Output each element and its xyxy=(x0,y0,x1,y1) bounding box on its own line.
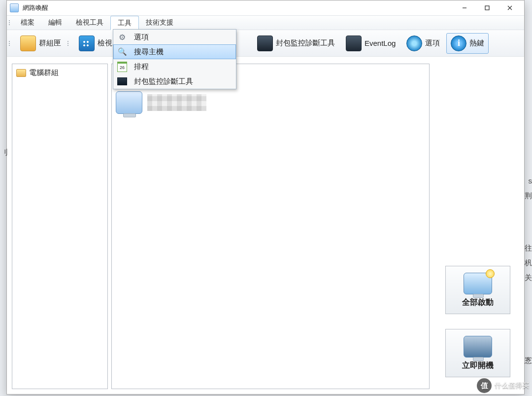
grip-icon xyxy=(67,41,71,46)
app-icon xyxy=(10,3,19,12)
list-item-label-obscured xyxy=(147,94,206,111)
list-item[interactable] xyxy=(116,91,206,114)
tool-label: 檢視 xyxy=(98,38,112,48)
tree-panel: 電腦群組 xyxy=(12,64,108,389)
eventlog-icon xyxy=(346,36,362,51)
app-window: 網路喚醒 檔案 編輯 檢視工具 工具 技術支援 xyxy=(6,0,525,395)
tool-label: EventLog xyxy=(365,39,396,47)
tool-label: 群組匣 xyxy=(39,38,61,48)
menu-item-search-host[interactable]: 搜尋主機 xyxy=(113,44,236,59)
grip-icon xyxy=(9,41,13,46)
menu-item-label: 封包監控診斷工具 xyxy=(134,77,193,86)
grip-icon xyxy=(9,16,13,30)
computer-wake-icon xyxy=(464,273,492,294)
tree-root[interactable]: 電腦群組 xyxy=(15,67,104,78)
menu-view[interactable]: 檢視工具 xyxy=(69,16,110,30)
computer-icon xyxy=(116,91,142,114)
edge-right-text: 关 xyxy=(525,273,532,283)
tool-label: 選項 xyxy=(425,38,440,48)
minimize-button[interactable] xyxy=(453,0,476,15)
edge-left-text: 刂 xyxy=(1,148,8,157)
tools-dropdown: 選項 搜尋主機 26 排程 封包監控診斷工具 xyxy=(113,29,236,89)
start-all-button[interactable]: 全部啟動 xyxy=(445,266,510,314)
menu-item-label: 排程 xyxy=(134,62,149,72)
maximize-button[interactable] xyxy=(476,0,499,15)
toolbar: 群組匣 檢視 封包監控診斷工具 EventLog 選項 xyxy=(7,30,524,57)
menu-item-label: 選項 xyxy=(134,33,149,42)
folder-icon xyxy=(20,36,36,51)
svg-rect-0 xyxy=(485,6,489,10)
info-icon xyxy=(451,36,466,51)
menu-item-label: 搜尋主機 xyxy=(134,47,164,57)
calendar-icon: 26 xyxy=(117,62,127,72)
gear-icon xyxy=(117,32,127,42)
edge-right-text: 愙 xyxy=(525,356,532,365)
menu-support[interactable]: 技術支援 xyxy=(139,16,180,30)
watermark-badge: 值 xyxy=(477,378,492,393)
edge-right-text: 往 xyxy=(525,244,532,253)
button-label: 全部啟動 xyxy=(462,297,494,308)
close-button[interactable] xyxy=(499,0,521,15)
tool-event-log[interactable]: EventLog xyxy=(341,33,400,54)
menu-item-options[interactable]: 選項 xyxy=(113,30,236,44)
tool-packet-monitor[interactable]: 封包監控診斷工具 xyxy=(253,33,339,54)
edge-right-text: s xyxy=(529,177,532,185)
watermark-text: 什么值得买 xyxy=(495,381,529,390)
tool-options[interactable]: 選項 xyxy=(402,33,444,54)
tool-label: 封包監控診斷工具 xyxy=(276,38,335,48)
menu-item-packet-diag[interactable]: 封包監控診斷工具 xyxy=(113,74,236,89)
boot-now-button[interactable]: 立即開機 xyxy=(445,329,510,377)
titlebar: 網路喚醒 xyxy=(7,0,524,16)
window-title: 網路喚醒 xyxy=(23,3,48,12)
tool-group-box[interactable]: 群組匣 xyxy=(16,33,66,54)
search-icon xyxy=(117,47,127,57)
tool-label: 熱鍵 xyxy=(469,38,484,48)
edge-right-text: 杋 xyxy=(525,258,532,268)
list-panel xyxy=(111,64,430,389)
edge-right-text: 荆 xyxy=(525,191,532,201)
menu-item-schedule[interactable]: 26 排程 xyxy=(113,59,236,74)
diagnostic-icon xyxy=(117,77,127,85)
monitor-icon xyxy=(257,36,273,51)
folder-icon xyxy=(16,69,26,77)
view-grid-icon xyxy=(79,36,95,51)
tool-hotkeys[interactable]: 熱鍵 xyxy=(446,33,489,54)
menu-file[interactable]: 檔案 xyxy=(14,16,41,30)
menu-edit[interactable]: 編輯 xyxy=(41,16,69,30)
side-panel: 全部啟動 立即開機 xyxy=(433,64,522,389)
menu-tools[interactable]: 工具 xyxy=(110,16,139,30)
tree-root-label: 電腦群組 xyxy=(29,68,59,77)
button-label: 立即開機 xyxy=(462,360,494,371)
gear-circle-icon xyxy=(406,36,422,51)
computer-boot-icon xyxy=(464,336,492,358)
watermark: 值 什么值得买 xyxy=(477,378,529,393)
menubar: 檔案 編輯 檢視工具 工具 技術支援 xyxy=(7,16,524,30)
window-controls xyxy=(453,0,521,15)
client-area: 電腦群組 全部啟動 立即開機 xyxy=(7,56,524,394)
